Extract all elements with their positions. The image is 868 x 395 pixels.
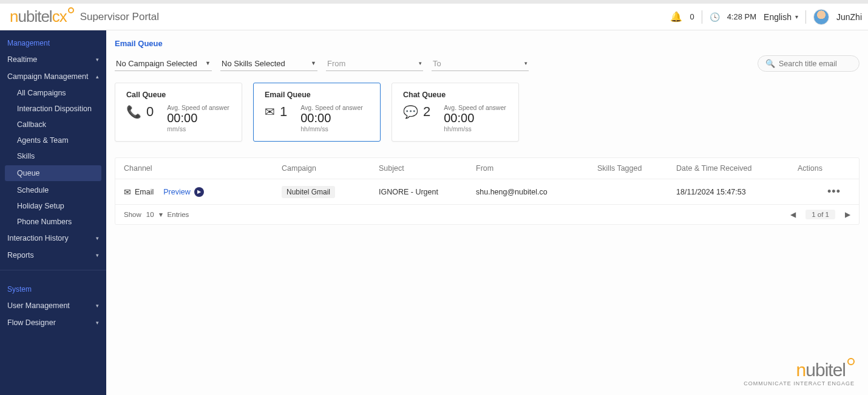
card-metric: Avg. Speed of answer 00:00 mm/ss: [167, 104, 229, 132]
header-right: 🔔 0 🕓 4:28 PM English ▾ JunZhi: [670, 9, 862, 25]
th-subject: Subject: [379, 164, 476, 173]
sidebar-item-reports[interactable]: Reports ▾: [0, 247, 106, 264]
campaign-select-value: No Campaign Selected: [116, 59, 197, 68]
sidebar-item-flow-designer[interactable]: Flow Designer ▾: [0, 314, 106, 331]
caret-down-icon: ▾: [96, 320, 99, 326]
main: Email Queue No Campaign Selected ▼ No Sk…: [106, 30, 868, 395]
table-footer: Show 10 ▾ Entries ◀ 1 of 1 ▶: [115, 205, 859, 224]
card-count: 📞 0: [126, 104, 154, 120]
sidebar-item-realtime[interactable]: Realtime ▾: [0, 51, 106, 68]
from-date-select[interactable]: From ▾: [326, 57, 423, 71]
brand-head: n: [10, 7, 18, 26]
card-title: Email Queue: [265, 91, 369, 99]
sidebar-item-interaction-history[interactable]: Interaction History ▾: [0, 230, 106, 247]
channel-badge: ✉ Email: [124, 187, 154, 197]
entries-label: Entries: [168, 211, 189, 218]
page-info: 1 of 1: [805, 210, 835, 219]
preview-button[interactable]: Preview ▶: [160, 186, 207, 198]
sidebar-item-label: Campaign Management: [7, 72, 88, 81]
sidebar-sub-interaction-disposition[interactable]: Interaction Disposition: [0, 101, 106, 117]
next-page-button[interactable]: ▶: [845, 210, 850, 219]
metric-value: 00:00: [167, 111, 229, 125]
search-box[interactable]: 🔍: [758, 55, 860, 72]
campaign-chip: Nubitel Gmail: [282, 186, 335, 198]
clock-icon: 🕓: [710, 12, 720, 22]
language-selector[interactable]: English ▾: [764, 12, 798, 22]
queue-table: Channel Campaign Subject From Skills Tag…: [115, 157, 860, 225]
sidebar-sub-phone-numbers[interactable]: Phone Numbers: [0, 214, 106, 230]
cell-from: shu.heng@nubitel.co: [476, 188, 597, 196]
skills-select-value: No Skills Selected: [222, 59, 285, 68]
sidebar-divider: [0, 270, 106, 270]
avatar[interactable]: [813, 9, 829, 25]
chat-icon: 💬: [403, 105, 418, 119]
th-from: From: [476, 164, 597, 173]
th-received: Date & Time Received: [676, 164, 798, 173]
card-count: ✉ 1: [265, 104, 287, 120]
preview-label: Preview: [163, 188, 190, 196]
pager: ◀ 1 of 1 ▶: [790, 210, 850, 219]
metric-value: 00:00: [300, 111, 363, 125]
chevron-down-icon: ▾: [795, 13, 798, 20]
cell-subject: IGNORE - Urgent: [379, 188, 476, 196]
queue-cards: Call Queue 📞 0 Avg. Speed of answer 00:0…: [115, 83, 860, 142]
page-size-select[interactable]: Show 10 ▾ Entries: [124, 210, 189, 219]
count-value: 1: [280, 104, 287, 120]
portal-title: Supervisor Portal: [80, 11, 159, 23]
skills-select[interactable]: No Skills Selected ▼: [220, 57, 317, 71]
caret-up-icon: ▴: [96, 74, 99, 80]
sidebar-sub-agents-team[interactable]: Agents & Team: [0, 132, 106, 148]
sidebar-sub-queue[interactable]: Queue: [5, 165, 101, 181]
search-input[interactable]: [779, 60, 852, 68]
channel-label: Email: [135, 188, 154, 196]
card-count: 💬 2: [403, 104, 430, 120]
th-actions: Actions: [798, 164, 868, 173]
metric-label: Avg. Speed of answer: [167, 104, 229, 111]
show-label: Show: [124, 211, 141, 218]
footer-brand: n ubitel COMMUNICATE INTERACT ENGAGE: [744, 360, 855, 386]
sidebar-item-label: Interaction History: [7, 234, 69, 242]
row-actions-button[interactable]: •••: [827, 185, 841, 197]
sidebar-sub-skills[interactable]: Skills: [0, 148, 106, 164]
sidebar-sub-holiday-setup[interactable]: Holiday Setup: [0, 198, 106, 214]
sidebar-item-campaign-management[interactable]: Campaign Management ▴: [0, 68, 106, 85]
brand-logo: n ubitel cx: [10, 7, 74, 26]
chat-queue-card[interactable]: Chat Queue 💬 2 Avg. Speed of answer 00:0…: [392, 83, 519, 142]
sidebar-item-user-management[interactable]: User Management ▾: [0, 297, 106, 314]
campaign-select[interactable]: No Campaign Selected ▼: [115, 57, 212, 71]
phone-icon: 📞: [126, 105, 141, 119]
sidebar-sub-schedule[interactable]: Schedule: [0, 182, 106, 198]
metric-label: Avg. Speed of answer: [300, 104, 363, 111]
caret-down-icon: ▾: [96, 235, 99, 241]
sidebar-item-label: User Management: [7, 301, 70, 310]
footer-brand-tag: COMMUNICATE INTERACT ENGAGE: [744, 380, 855, 386]
card-metric: Avg. Speed of answer 00:00 hh/mm/ss: [300, 104, 363, 132]
mail-icon: ✉: [124, 187, 131, 197]
search-icon: 🔍: [765, 59, 775, 68]
filter-row: No Campaign Selected ▼ No Skills Selecte…: [115, 55, 860, 72]
to-date-select[interactable]: To ▾: [432, 57, 529, 71]
play-icon: ▶: [194, 187, 204, 197]
username: JunZhi: [836, 12, 862, 22]
card-metric: Avg. Speed of answer 00:00 hh/mm/ss: [444, 104, 506, 132]
sidebar-item-label: Reports: [7, 251, 34, 259]
count-value: 0: [146, 104, 154, 120]
sidebar-sub-callback[interactable]: Callback: [0, 117, 106, 132]
cell-campaign: Nubitel Gmail: [282, 186, 379, 198]
bell-icon[interactable]: 🔔: [670, 11, 682, 22]
card-title: Chat Queue: [403, 91, 507, 99]
separator: [702, 10, 702, 24]
search-wrap: 🔍: [758, 55, 860, 72]
sidebar-sub-all-campaigns[interactable]: All Campaigns: [0, 85, 106, 101]
sidebar-item-label: Realtime: [7, 55, 37, 64]
sidebar-item-label: Flow Designer: [7, 318, 56, 327]
email-queue-card[interactable]: Email Queue ✉ 1 Avg. Speed of answer 00:…: [253, 83, 381, 142]
caret-down-icon: ▾: [96, 252, 99, 258]
th-channel: Channel: [124, 164, 282, 173]
sidebar-section-system: System: [0, 276, 106, 297]
brand-tail: ubitel: [18, 7, 52, 26]
call-queue-card[interactable]: Call Queue 📞 0 Avg. Speed of answer 00:0…: [115, 83, 242, 142]
brand-cx: cx: [52, 7, 67, 26]
metric-unit: mm/ss: [167, 125, 229, 132]
prev-page-button[interactable]: ◀: [790, 210, 796, 219]
